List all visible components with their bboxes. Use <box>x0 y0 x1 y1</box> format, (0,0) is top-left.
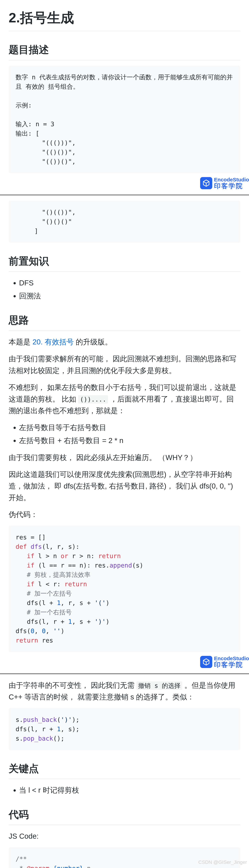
idea-p4: 由于我们需要剪枝， 因此必须从左开始遍历。 （WHY？） <box>9 452 240 463</box>
desc-codeblock-1: 数字 n 代表生成括号的对数，请你设计一个函数，用于能够生成所有可能的并且 有效… <box>9 66 240 173</box>
inline-code: ()).... <box>78 395 108 404</box>
section-code: 代码 <box>9 807 240 825</box>
cpp-note-codeblock: s.push_back(')'); dfs(l, r + 1, s); s.po… <box>9 708 240 750</box>
pseudo-codeblock: res = [] def dfs(l, r, s): if l > n or r… <box>9 526 240 652</box>
idea-p2: 由于我们需要求解所有的可能， 因此回溯就不难想到。回溯的思路和写法相对比较固定，… <box>9 353 240 376</box>
page-title: 2.括号生成 <box>9 7 240 31</box>
section-idea: 思路 <box>9 312 240 331</box>
watermark-cn: 印客学院 <box>214 182 249 190</box>
key-list: 当 l < r 时记得剪枝 <box>19 784 240 796</box>
list-item: 左括号数目等于右括号数目 <box>19 422 240 433</box>
idea-p1: 本题是 20. 有效括号 的升级版。 <box>9 336 240 348</box>
desc-codeblock-2: "()(())", "()()()" ] <box>9 201 240 243</box>
watermark-badge: EncodeStudio印客学院 <box>9 655 249 669</box>
idea-p5: 因此这道题我们可以使用深度优先搜索(回溯思想)，从空字符串开始构造，做加法， 即… <box>9 469 240 504</box>
idea-bullets: 左括号数目等于右括号数目 左括号数目 + 右括号数目 = 2 * n <box>19 422 240 446</box>
watermark-en: EncodeStudio <box>214 177 249 182</box>
cube-icon <box>200 656 212 668</box>
code-lang-label: JS Code: <box>9 830 240 842</box>
section-desc: 题目描述 <box>9 42 240 60</box>
section-prereq: 前置知识 <box>9 253 240 272</box>
divider <box>0 194 249 195</box>
list-item: 当 l < r 时记得剪枝 <box>19 784 240 796</box>
link-problem-20[interactable]: 20. 有效括号 <box>33 338 74 346</box>
list-item: 回溯法 <box>19 290 240 302</box>
watermark-badge: EncodeStudio印客学院 <box>9 177 249 190</box>
idea-p3: 不难想到， 如果左括号的数目小于右括号，我们可以提前退出，这就是这道题的剪枝。 … <box>9 381 240 416</box>
csdn-watermark: CSDN @GISer_Jinger <box>198 859 247 866</box>
prereq-list: DFS 回溯法 <box>19 277 240 302</box>
inline-code: 撤销 s 的选择 <box>136 681 182 690</box>
idea-p6: 伪代码： <box>9 509 240 520</box>
divider <box>0 673 249 674</box>
cube-icon <box>200 177 212 189</box>
list-item: 左括号数目 + 右括号数目 = 2 * n <box>19 435 240 446</box>
list-item: DFS <box>19 277 240 289</box>
note-p: 由于字符串的不可变性， 因此我们无需 撤销 s 的选择 。但是当你使用 C++ … <box>9 679 240 703</box>
section-key: 关键点 <box>9 761 240 779</box>
